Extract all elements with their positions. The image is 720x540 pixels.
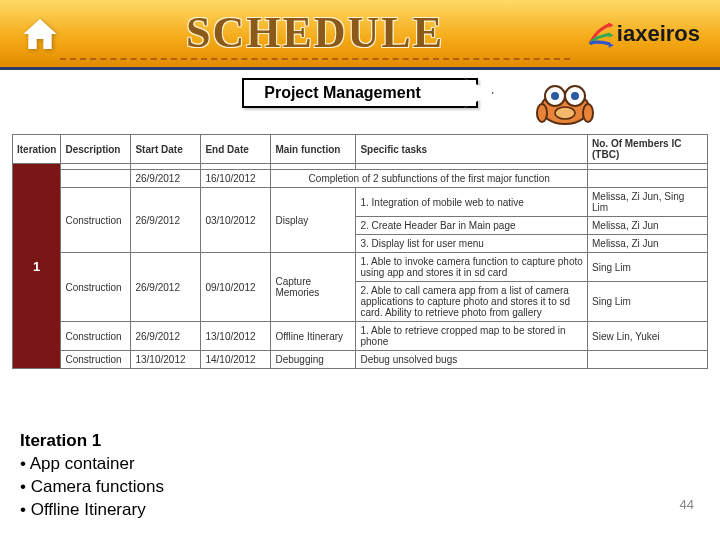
schedule-table: Iteration Description Start Date End Dat… [12, 134, 708, 369]
col-end-date: End Date [201, 135, 271, 164]
schedule-table-container: Iteration Description Start Date End Dat… [12, 134, 708, 369]
col-description: Description [61, 135, 131, 164]
table-row: Construction 26/9/2012 13/10/2012 Offlin… [13, 322, 708, 351]
table-header-row: Iteration Description Start Date End Dat… [13, 135, 708, 164]
svg-point-6 [551, 92, 559, 100]
table-row: Construction 13/10/2012 14/10/2012 Debug… [13, 351, 708, 369]
svg-point-10 [583, 104, 593, 122]
brand-logo: iaxeiros [570, 11, 700, 56]
subheader: Project Management [0, 78, 720, 128]
col-iteration: Iteration [13, 135, 61, 164]
mascot-icon [530, 68, 600, 128]
summary-heading: Iteration 1 [20, 430, 164, 453]
col-members-ic: No. Of Members IC (TBC) [588, 135, 708, 164]
brand-text: iaxeiros [617, 21, 700, 47]
col-main-function: Main function [271, 135, 356, 164]
page-title: SCHEDULE [60, 7, 570, 60]
table-row: Construction 26/9/2012 03/10/2012 Displa… [13, 188, 708, 217]
summary-bullet: • Offline Itinerary [20, 499, 164, 522]
col-specific-tasks: Specific tasks [356, 135, 588, 164]
svg-point-9 [537, 104, 547, 122]
table-row: Construction 26/9/2012 09/10/2012 Captur… [13, 253, 708, 282]
project-management-tag: Project Management [242, 78, 477, 108]
svg-point-8 [555, 107, 575, 119]
summary-bullet: • App container [20, 453, 164, 476]
header-bar: SCHEDULE iaxeiros [0, 0, 720, 70]
page-number: 44 [680, 497, 694, 512]
iteration-cell: 1 [13, 164, 61, 369]
svg-point-7 [571, 92, 579, 100]
svg-marker-0 [609, 22, 614, 27]
col-start-date: Start Date [131, 135, 201, 164]
iteration-summary: Iteration 1 • App container • Camera fun… [20, 430, 164, 522]
table-row: 26/9/2012 16/10/2012 Completion of 2 sub… [13, 170, 708, 188]
svg-marker-2 [609, 42, 614, 47]
home-icon[interactable] [20, 14, 60, 54]
svg-marker-1 [609, 32, 614, 37]
summary-bullet: • Camera functions [20, 476, 164, 499]
